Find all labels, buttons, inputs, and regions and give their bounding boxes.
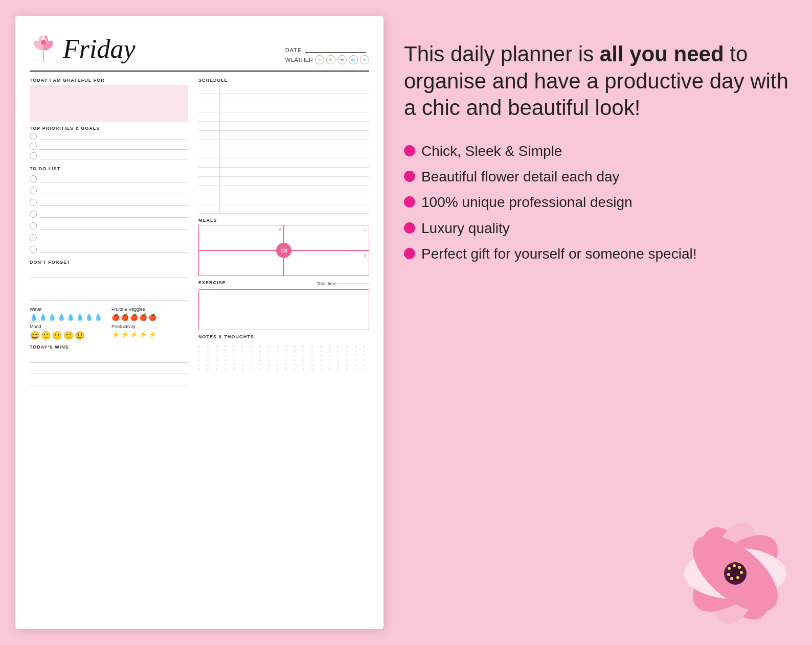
prod-1[interactable]: ⚡ — [111, 331, 120, 338]
schedule-line[interactable] — [219, 122, 369, 130]
dot — [268, 368, 269, 370]
fruit-2[interactable]: 🍎 — [121, 313, 129, 321]
schedule-line[interactable] — [219, 140, 369, 149]
time-cell — [198, 94, 219, 103]
schedule-line[interactable] — [219, 168, 369, 176]
dot — [277, 359, 278, 361]
dot — [198, 359, 200, 361]
grateful-box[interactable] — [30, 85, 188, 122]
schedule-line[interactable] — [219, 149, 369, 158]
dot — [337, 368, 339, 370]
priority-field-2[interactable] — [40, 143, 188, 150]
dot — [233, 345, 235, 347]
dot — [277, 350, 278, 352]
schedule-line[interactable] — [219, 158, 369, 167]
schedule-row — [198, 131, 369, 140]
todo-field[interactable] — [40, 211, 188, 218]
bullet-list: Chick, Sleek & Simple Beautiful flower d… — [404, 142, 792, 264]
todo-field[interactable] — [40, 246, 188, 253]
water-drop-1[interactable]: 💧 — [30, 313, 38, 321]
dont-forget-line[interactable] — [30, 271, 188, 278]
prod-2[interactable]: ⚡ — [121, 331, 129, 338]
breakfast-cell[interactable]: B — [198, 225, 284, 250]
dot — [355, 350, 356, 352]
mood-2[interactable]: 🙂 — [41, 331, 51, 340]
priority-field-1[interactable] — [40, 133, 188, 140]
dinner-cell[interactable]: D — [198, 250, 284, 276]
priority-bullet-1 — [30, 133, 37, 140]
dot — [303, 355, 304, 356]
schedule-line[interactable] — [219, 112, 369, 121]
todo-field[interactable] — [40, 222, 188, 229]
wins-line[interactable] — [30, 356, 188, 363]
water-drop-8[interactable]: 💧 — [94, 313, 102, 321]
time-cell — [198, 195, 219, 204]
lunch-label: L — [365, 227, 367, 232]
water-drop-7[interactable]: 💧 — [85, 313, 93, 321]
meals-section: MEALS B L D — [198, 218, 369, 276]
todo-field[interactable] — [40, 187, 188, 194]
dot — [355, 355, 356, 356]
notes-area[interactable] — [198, 341, 369, 374]
time-cell — [198, 168, 219, 176]
mood-4[interactable]: 🙁 — [63, 331, 74, 340]
prod-4[interactable]: ⚡ — [139, 331, 147, 338]
todo-field[interactable] — [40, 234, 188, 241]
schedule-line[interactable] — [219, 186, 369, 195]
schedule-row — [198, 140, 369, 149]
dot — [355, 345, 356, 347]
schedule-line[interactable] — [219, 195, 369, 204]
todo-field[interactable] — [40, 199, 188, 206]
schedule-line[interactable] — [219, 131, 369, 140]
dot — [355, 368, 356, 370]
prod-5[interactable]: ⚡ — [148, 331, 156, 338]
schedule-line[interactable] — [219, 103, 369, 112]
water-drop-5[interactable]: 💧 — [66, 313, 75, 321]
weather-wind: 💨 — [349, 55, 358, 64]
wins-line[interactable] — [30, 378, 188, 385]
schedule-line[interactable] — [219, 85, 369, 94]
water-drop-2[interactable]: 💧 — [39, 313, 47, 321]
dont-forget-label: DON'T FORGET — [30, 260, 188, 265]
water-label: Water — [30, 307, 106, 312]
mood-5[interactable]: 😢 — [75, 331, 85, 340]
time-cell — [198, 140, 219, 149]
dont-forget-line[interactable] — [30, 282, 188, 289]
todo-bullet — [30, 234, 37, 241]
dont-forget-line[interactable] — [30, 293, 188, 301]
flower-decoration — [30, 31, 58, 66]
schedule-row — [198, 149, 369, 158]
prod-3[interactable]: ⚡ — [130, 331, 138, 338]
todo-field[interactable] — [40, 175, 188, 182]
water-drop-4[interactable]: 💧 — [57, 313, 65, 321]
fruit-4[interactable]: 🍎 — [139, 313, 147, 321]
fruit-3[interactable]: 🍎 — [130, 313, 138, 321]
todo-bullet — [30, 211, 37, 218]
schedule-row — [198, 186, 369, 195]
mood-3[interactable]: 😐 — [52, 331, 62, 340]
mood-1[interactable]: 😄 — [30, 331, 40, 340]
water-drop-6[interactable]: 💧 — [76, 313, 84, 321]
dot — [198, 355, 200, 356]
schedule-line[interactable] — [219, 177, 369, 186]
weather-snow: ❄ — [360, 55, 369, 64]
bullet-text-2: Beautiful flower detail each day — [421, 168, 620, 186]
pink-dot-4 — [404, 222, 415, 234]
bullet-text-4: Luxury quality — [421, 219, 510, 238]
priority-field-3[interactable] — [40, 152, 188, 159]
water-drop-3[interactable]: 💧 — [48, 313, 56, 321]
schedule-line[interactable] — [219, 94, 369, 103]
dot — [233, 364, 235, 365]
dot — [320, 350, 322, 352]
fruit-5[interactable]: 🍎 — [148, 313, 156, 321]
schedule-line[interactable] — [219, 204, 369, 213]
dot — [207, 355, 209, 356]
priority-bullet-3 — [30, 152, 37, 159]
exercise-box[interactable] — [198, 289, 369, 330]
snack-cell[interactable]: S — [284, 250, 369, 276]
wins-line[interactable] — [30, 367, 188, 374]
fruit-1[interactable]: 🍎 — [111, 313, 120, 321]
lunch-cell[interactable]: L — [284, 225, 369, 250]
dot — [364, 368, 365, 370]
dot — [329, 368, 330, 370]
